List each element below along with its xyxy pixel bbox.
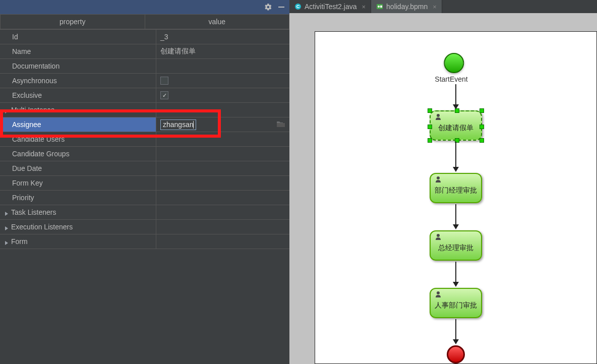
value-name[interactable]: 创建请假单: [156, 44, 289, 58]
flow-arrow: [453, 262, 459, 287]
expand-icon[interactable]: [4, 107, 9, 112]
label-id: Id: [0, 30, 156, 44]
label-candidate-users: Candidate Users: [0, 132, 156, 146]
task-box[interactable]: 部门经理审批: [430, 173, 482, 203]
svg-point-12: [437, 234, 440, 237]
label-form-key: Form Key: [0, 176, 156, 190]
expand-icon[interactable]: [4, 239, 9, 244]
checkbox-exclusive[interactable]: ✓: [160, 91, 168, 99]
task-label: 创建请假单: [435, 124, 477, 133]
property-table-body: Id _3 Name 创建请假单 Documentation Asynchron…: [0, 30, 289, 364]
value-form-key[interactable]: [156, 176, 289, 190]
value-execution-listeners: [156, 220, 289, 234]
row-task-listeners[interactable]: Task Listeners: [0, 205, 289, 220]
svg-rect-9: [380, 6, 382, 8]
user-icon: [435, 176, 442, 183]
row-execution-listeners[interactable]: Execution Listeners: [0, 220, 289, 234]
tab-activititest2[interactable]: C ActivitiTest2.java ×: [289, 0, 371, 13]
end-event[interactable]: [447, 345, 465, 363]
user-icon: [435, 291, 442, 298]
label-form: Form: [0, 234, 156, 249]
header-property: property: [0, 14, 145, 29]
flow-arrow: [453, 319, 459, 344]
minimize-icon[interactable]: [277, 3, 285, 11]
task-dept-manager-approve[interactable]: 部门经理审批: [430, 173, 482, 203]
close-icon[interactable]: ×: [362, 3, 366, 11]
value-due-date[interactable]: [156, 161, 289, 175]
flow-arrow: [453, 142, 459, 172]
label-documentation: Documentation: [0, 59, 156, 73]
value-task-listeners: [156, 205, 289, 219]
task-box[interactable]: 创建请假单: [430, 110, 482, 141]
label-exclusive: Exclusive: [0, 88, 156, 102]
svg-marker-1: [5, 109, 8, 113]
svg-point-11: [437, 176, 440, 179]
row-documentation[interactable]: Documentation: [0, 59, 289, 74]
svg-point-8: [378, 6, 380, 8]
expand-icon[interactable]: [4, 224, 9, 229]
checkbox-asynchronous[interactable]: [160, 77, 168, 85]
label-assignee: Assignee: [0, 117, 156, 132]
svg-text:C: C: [296, 4, 300, 9]
gear-icon[interactable]: [264, 3, 272, 11]
tab-label: holiday.bpmn: [386, 3, 428, 11]
class-icon: C: [294, 3, 302, 10]
label-multi-instance: Multi Instance: [0, 103, 156, 117]
row-candidate-users[interactable]: Candidate Users: [0, 132, 289, 147]
row-id[interactable]: Id _3: [0, 30, 289, 44]
svg-point-10: [437, 114, 440, 117]
row-multi-instance[interactable]: Multi Instance: [0, 103, 289, 117]
task-hr-approve[interactable]: 人事部门审批: [430, 288, 482, 318]
value-exclusive[interactable]: ✓: [156, 88, 289, 102]
task-label: 总经理审批: [435, 244, 477, 253]
label-asynchronous: Asynchronous: [0, 74, 156, 88]
row-asynchronous[interactable]: Asynchronous: [0, 74, 289, 88]
value-assignee[interactable]: zhangsan: [156, 117, 289, 132]
diagram-canvas[interactable]: StartEvent 创建请假单: [289, 13, 597, 364]
row-form-key[interactable]: Form Key: [0, 176, 289, 191]
svg-marker-3: [5, 226, 8, 230]
value-asynchronous[interactable]: [156, 74, 289, 88]
expand-icon[interactable]: [4, 210, 9, 215]
label-execution-listeners: Execution Listeners: [0, 220, 156, 234]
folder-icon[interactable]: [276, 120, 285, 129]
editor-panel: C ActivitiTest2.java × holiday.bpmn × St…: [289, 0, 597, 364]
row-priority[interactable]: Priority: [0, 191, 289, 205]
tab-holiday[interactable]: holiday.bpmn ×: [371, 0, 442, 13]
label-priority: Priority: [0, 191, 156, 205]
start-event[interactable]: StartEvent: [444, 53, 467, 83]
task-label: 人事部门审批: [435, 301, 477, 310]
label-name: Name: [0, 44, 156, 58]
row-candidate-groups[interactable]: Candidate Groups: [0, 147, 289, 161]
flow-arrow: [453, 204, 459, 229]
header-value: value: [145, 14, 290, 29]
svg-marker-4: [5, 241, 8, 245]
task-create-request[interactable]: 创建请假单: [430, 110, 482, 141]
canvas-page: StartEvent 创建请假单: [315, 31, 597, 364]
label-candidate-groups: Candidate Groups: [0, 147, 156, 161]
close-icon[interactable]: ×: [433, 3, 437, 11]
start-event-label: StartEvent: [435, 75, 467, 83]
text-cursor: [193, 121, 194, 129]
row-exclusive[interactable]: Exclusive ✓: [0, 88, 289, 103]
task-general-manager-approve[interactable]: 总经理审批: [430, 230, 482, 261]
row-name[interactable]: Name 创建请假单: [0, 44, 289, 59]
property-table-header: property value: [0, 14, 289, 30]
value-candidate-groups[interactable]: [156, 147, 289, 161]
row-assignee[interactable]: Assignee zhangsan: [0, 117, 289, 132]
assignee-input[interactable]: zhangsan: [160, 119, 196, 130]
label-due-date: Due Date: [0, 161, 156, 175]
svg-rect-0: [278, 7, 284, 8]
start-circle-icon: [444, 53, 464, 73]
bpmn-icon: [376, 3, 383, 10]
row-form[interactable]: Form: [0, 234, 289, 249]
value-documentation[interactable]: [156, 59, 289, 73]
value-candidate-users[interactable]: [156, 132, 289, 146]
row-due-date[interactable]: Due Date: [0, 161, 289, 176]
task-box[interactable]: 人事部门审批: [430, 288, 482, 318]
value-id[interactable]: _3: [156, 30, 289, 44]
task-box[interactable]: 总经理审批: [430, 230, 482, 261]
end-circle-icon: [447, 345, 465, 363]
value-multi-instance: [156, 103, 289, 117]
value-priority[interactable]: [156, 191, 289, 205]
